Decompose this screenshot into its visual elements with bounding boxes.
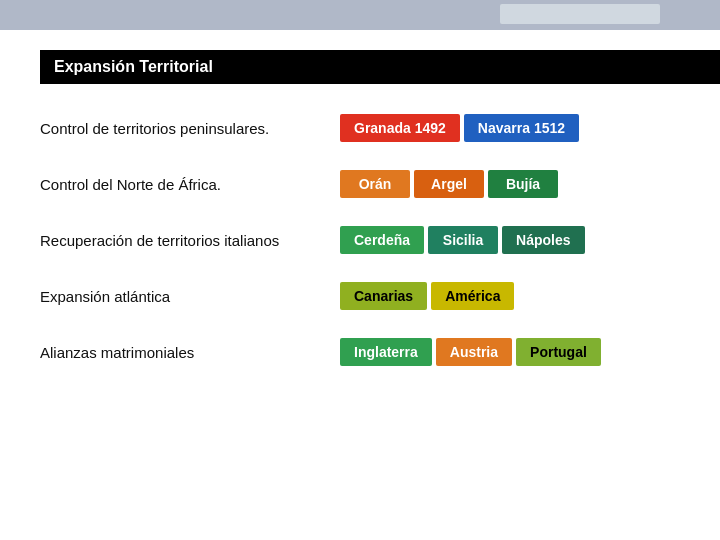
row-1: Control del Norte de África.OránArgelBuj… <box>40 170 680 198</box>
top-bar <box>0 0 720 30</box>
header-banner: Expansión Territorial <box>40 50 720 84</box>
rows-container: Control de territorios peninsulares.Gran… <box>40 114 680 366</box>
tag-0-0: Granada 1492 <box>340 114 460 142</box>
row-label-2: Recuperación de territorios italianos <box>40 232 340 249</box>
row-label-4: Alianzas matrimoniales <box>40 344 340 361</box>
row-0: Control de territorios peninsulares.Gran… <box>40 114 680 142</box>
main-content: Expansión Territorial Control de territo… <box>0 30 720 540</box>
row-2: Recuperación de territorios italianosCer… <box>40 226 680 254</box>
row-tags-4: InglaterraAustriaPortugal <box>340 338 601 366</box>
row-tags-2: CerdeñaSiciliaNápoles <box>340 226 585 254</box>
tag-4-2: Portugal <box>516 338 601 366</box>
tag-3-0: Canarias <box>340 282 427 310</box>
row-label-3: Expansión atlántica <box>40 288 340 305</box>
tag-2-1: Sicilia <box>428 226 498 254</box>
tag-1-2: Bujía <box>488 170 558 198</box>
header-title: Expansión Territorial <box>54 58 213 75</box>
tag-1-1: Argel <box>414 170 484 198</box>
tag-2-2: Nápoles <box>502 226 584 254</box>
row-4: Alianzas matrimonialesInglaterraAustriaP… <box>40 338 680 366</box>
row-label-1: Control del Norte de África. <box>40 176 340 193</box>
tag-0-1: Navarra 1512 <box>464 114 579 142</box>
tag-4-0: Inglaterra <box>340 338 432 366</box>
row-label-0: Control de territorios peninsulares. <box>40 120 340 137</box>
tag-2-0: Cerdeña <box>340 226 424 254</box>
row-tags-3: CanariasAmérica <box>340 282 514 310</box>
tag-4-1: Austria <box>436 338 512 366</box>
row-3: Expansión atlánticaCanariasAmérica <box>40 282 680 310</box>
row-tags-0: Granada 1492Navarra 1512 <box>340 114 579 142</box>
tag-3-1: América <box>431 282 514 310</box>
tag-1-0: Orán <box>340 170 410 198</box>
top-bar-decoration <box>500 4 660 24</box>
row-tags-1: OránArgelBujía <box>340 170 558 198</box>
